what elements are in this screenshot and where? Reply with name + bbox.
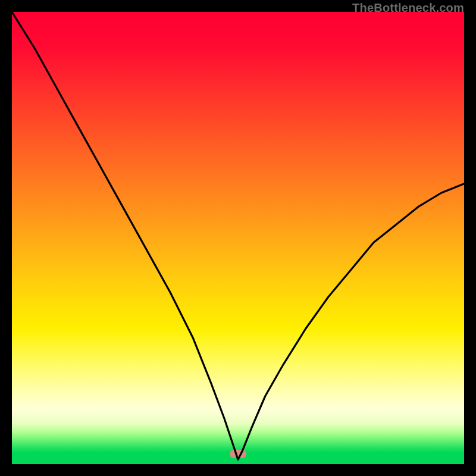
- chart-frame: TheBottleneck.com: [0, 0, 476, 476]
- plot-area: [12, 12, 464, 464]
- bottleneck-curve: [12, 12, 464, 464]
